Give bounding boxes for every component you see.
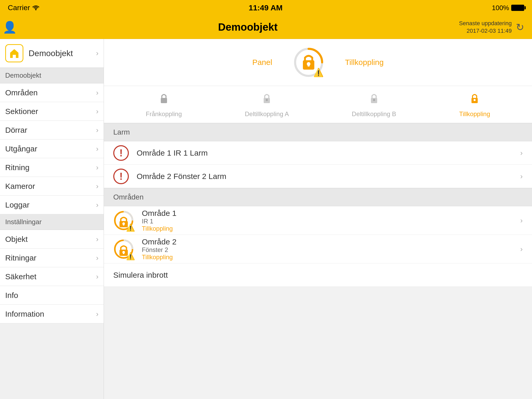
header-title: Demoobjekt — [55, 21, 441, 33]
area-status-1: Tillkoppling — [142, 225, 520, 232]
delta-b-icon — [367, 91, 381, 108]
area-name-2: Område 2 — [142, 237, 520, 246]
status-bar: Carrier 11:49 AM 100% — [0, 0, 532, 16]
warning-triangle-2: ⚠️ — [126, 252, 135, 261]
refresh-icon[interactable]: ↻ — [516, 22, 524, 33]
lock-options: Frånkoppling Deltillkoppling A — [104, 86, 532, 123]
header-bar: 👤 Demoobjekt Senaste uppdatering 2017-02… — [0, 16, 532, 39]
content-area: Panel ⚠️ Tillkoppling — [104, 39, 532, 399]
ritning-chevron: › — [96, 163, 98, 172]
sidebar-item-omraden[interactable]: Områden › — [0, 83, 104, 102]
battery-icon — [511, 5, 524, 11]
area-item-2[interactable]: ⚠️ Område 2 Fönster 2 Tillkoppling › — [104, 235, 532, 263]
delta-a-label: Deltillkoppling A — [245, 110, 289, 118]
svg-point-8 — [266, 99, 268, 101]
main-container: Demoobjekt › Demoobjekt Områden › Sektio… — [0, 39, 532, 399]
carrier-label: Carrier — [8, 4, 39, 12]
home-svg — [9, 48, 20, 59]
svg-point-0 — [35, 9, 36, 10]
area-item-1[interactable]: ⚠️ Område 1 IR 1 Tillkoppling › — [104, 206, 532, 235]
sidebar-item-info[interactable]: Info — [0, 286, 104, 305]
sidebar-header-chevron: › — [96, 49, 98, 57]
warning-triangle-1: ⚠️ — [126, 223, 135, 232]
simulera-item[interactable]: Simulera inbrott — [104, 263, 532, 287]
svg-point-12 — [474, 99, 476, 101]
sidebar-item-ritning[interactable]: Ritning › — [0, 158, 104, 177]
sidebar-item-dorrar[interactable]: Dörrar › — [0, 121, 104, 139]
area-info-2: Område 2 Fönster 2 Tillkoppling — [142, 237, 520, 261]
alarm-item-2[interactable]: ! Område 2 Fönster 2 Larm › — [104, 165, 532, 188]
sidebar-section-demoobjekt: Demoobjekt — [0, 68, 104, 83]
sakerhet-chevron: › — [96, 272, 98, 281]
area-info-1: Område 1 IR 1 Tillkoppling — [142, 209, 520, 232]
lock-option-delta-a[interactable]: Deltillkoppling A — [245, 91, 289, 118]
alarm-icon-2: ! — [113, 169, 129, 184]
panel-selector: Panel ⚠️ Tillkoppling — [104, 39, 532, 86]
sektioner-chevron: › — [96, 107, 98, 116]
lock-option-tillkoppling[interactable]: Tillkoppling — [459, 91, 490, 118]
lock-option-delta-b[interactable]: Deltillkoppling B — [352, 91, 396, 118]
alarm-text-1: Område 1 IR 1 Larm — [137, 149, 520, 157]
area-sub-2: Fönster 2 — [142, 246, 520, 254]
panel-circle[interactable]: ⚠️ — [293, 47, 324, 78]
frankoppling-label: Frånkoppling — [146, 110, 182, 118]
information-chevron: › — [96, 310, 98, 318]
alarm-chevron-2: › — [520, 172, 523, 181]
sidebar-item-information[interactable]: Information › — [0, 305, 104, 323]
delta-b-label: Deltillkoppling B — [352, 110, 396, 118]
omraden-section-header: Områden — [104, 188, 532, 206]
utgangar-chevron: › — [96, 145, 98, 153]
sidebar: Demoobjekt › Demoobjekt Områden › Sektio… — [0, 39, 104, 399]
sidebar-item-kameror[interactable]: Kameror › — [0, 177, 104, 196]
area-icon-2: ⚠️ — [113, 239, 134, 260]
simulera-text: Simulera inbrott — [113, 271, 168, 280]
larm-section-header: Larm — [104, 123, 532, 141]
svg-rect-1 — [13, 55, 15, 58]
alarm-chevron-1: › — [520, 149, 523, 157]
sidebar-section-installningar: Inställningar — [0, 214, 104, 230]
sidebar-item-objekt[interactable]: Objekt › — [0, 230, 104, 249]
carrier-text: Carrier — [8, 4, 30, 12]
dorrar-chevron: › — [96, 126, 98, 134]
frankoppling-icon — [157, 91, 171, 108]
warning-triangle-panel: ⚠️ — [313, 68, 324, 77]
sidebar-item-utgangar[interactable]: Utgångar › — [0, 139, 104, 158]
status-time: 11:49 AM — [249, 3, 283, 12]
header-right: Senaste uppdatering 2017-02-03 11:49 ↻ — [441, 20, 524, 35]
area-sub-1: IR 1 — [142, 218, 520, 225]
ritningar-chevron: › — [96, 254, 98, 262]
area-chevron-1: › — [520, 216, 523, 225]
home-icon — [5, 44, 23, 62]
alarm-item-1[interactable]: ! Område 1 IR 1 Larm › — [104, 141, 532, 165]
sidebar-header-item[interactable]: Demoobjekt › — [0, 39, 104, 68]
svg-rect-5 — [308, 64, 310, 66]
panel-label[interactable]: Panel — [252, 58, 272, 67]
sidebar-demoobjekt-label: Demoobjekt — [29, 49, 96, 58]
loggar-chevron: › — [96, 201, 98, 209]
lock-option-frankoppling[interactable]: Frånkoppling — [146, 91, 182, 118]
tillkoppling-label[interactable]: Tillkoppling — [345, 58, 384, 67]
objekt-chevron: › — [96, 235, 98, 243]
sidebar-item-sektioner[interactable]: Sektioner › — [0, 102, 104, 121]
tillkoppling-icon — [468, 91, 481, 108]
sidebar-item-ritningar[interactable]: Ritningar › — [0, 249, 104, 267]
svg-rect-16 — [123, 224, 124, 225]
kameror-chevron: › — [96, 182, 98, 190]
omraden-chevron: › — [96, 89, 98, 97]
battery-percent: 100% — [492, 4, 509, 12]
area-chevron-2: › — [520, 245, 523, 253]
alarm-text-2: Område 2 Fönster 2 Larm — [137, 172, 520, 181]
svg-point-10 — [373, 99, 375, 101]
delta-a-icon — [260, 91, 274, 108]
update-text: Senaste uppdatering 2017-02-03 11:49 — [459, 20, 512, 35]
area-icon-1: ⚠️ — [113, 210, 134, 231]
user-icon[interactable]: 👤 — [3, 21, 17, 34]
svg-rect-20 — [123, 252, 124, 254]
svg-rect-6 — [161, 98, 167, 103]
area-status-2: Tillkoppling — [142, 254, 520, 261]
alarm-icon-1: ! — [113, 145, 129, 161]
tillkoppling-option-label: Tillkoppling — [459, 110, 490, 118]
battery-area: 100% — [492, 4, 524, 12]
sidebar-item-sakerhet[interactable]: Säkerhet › — [0, 267, 104, 286]
sidebar-item-loggar[interactable]: Loggar › — [0, 196, 104, 214]
